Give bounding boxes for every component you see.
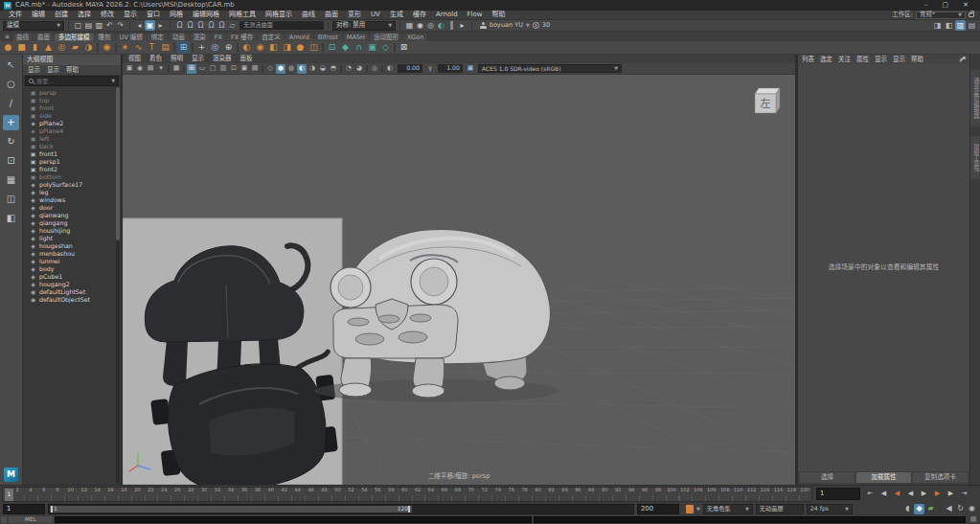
snap-curve-icon[interactable]: Ω — [185, 20, 195, 31]
playback-loop-icon[interactable]: ↻ — [955, 504, 966, 514]
redo-icon[interactable]: ↷ — [115, 20, 125, 31]
sweep-mesh-icon[interactable]: ∿ — [132, 41, 145, 54]
new-scene-icon[interactable]: ▢ — [73, 20, 83, 31]
poly-disc-icon[interactable]: ◑ — [82, 41, 95, 54]
menu-item[interactable]: 编辑网格 — [188, 11, 224, 18]
load-attributes-button[interactable]: 加载属性 — [856, 472, 911, 483]
go-to-end-button[interactable]: ⇥ — [958, 488, 970, 500]
select-camera-icon[interactable]: ▣ — [125, 64, 134, 74]
outliner-item[interactable]: back — [30, 143, 121, 150]
multi-cut-icon[interactable]: ◇ — [379, 41, 392, 54]
exposure-field[interactable]: 0.00 — [398, 64, 422, 73]
layout-single-pane-icon[interactable]: ▦ — [3, 172, 19, 188]
maximize-button[interactable]: ▢ — [943, 2, 949, 9]
outliner-item[interactable]: body — [30, 265, 121, 273]
outliner-item[interactable]: left — [30, 135, 121, 143]
modeling-toolkit-grid-icon[interactable]: ⊞ — [177, 41, 190, 54]
mirror-icon[interactable]: ◫ — [308, 41, 320, 54]
range-end-handle[interactable] — [408, 506, 410, 513]
extract-icon[interactable]: ◨ — [281, 41, 293, 54]
attribute-editor-menu-item[interactable]: 关注 — [838, 57, 851, 63]
shelf-tab[interactable]: 绑定 — [148, 34, 168, 42]
select-component-icon[interactable]: ▸ — [155, 20, 166, 31]
bridge-icon[interactable]: ∩ — [353, 41, 365, 54]
snap-view-plane-icon[interactable]: Ω — [217, 20, 227, 31]
shelf-tab[interactable]: 渲染 — [190, 34, 210, 42]
shelf-tab-options-icon[interactable]: ≡ — [3, 31, 11, 41]
attribute-editor-menu-item[interactable]: 显示 — [893, 57, 905, 63]
snap-projected-center-icon[interactable]: Ω — [206, 20, 217, 31]
outliner-menu-item[interactable]: 显示 — [28, 67, 40, 74]
shelf-tab[interactable]: MASH — [343, 34, 369, 42]
gamma-field[interactable]: 1.00 — [438, 64, 463, 73]
outliner-item[interactable]: qiangang — [30, 219, 121, 227]
tab-modeling-toolkit[interactable]: 建模工具包 — [970, 136, 980, 179]
fps-dropdown[interactable]: 24 fps ▼ — [807, 504, 853, 514]
outliner-item[interactable]: pPlane4 — [30, 127, 121, 135]
bookmark-icon[interactable] — [686, 505, 694, 513]
outliner-item[interactable]: hougeshan — [30, 242, 121, 250]
outliner-item[interactable]: persp1 — [30, 158, 121, 166]
command-input[interactable] — [55, 516, 532, 523]
separate-icon[interactable]: ◧ — [267, 41, 280, 54]
menu-item[interactable]: 变形 — [343, 11, 366, 18]
outliner-item[interactable]: leg — [30, 189, 121, 196]
shelf-tab[interactable]: 多边形建模 — [55, 34, 94, 42]
play-forward-button[interactable]: ▶ — [918, 488, 930, 500]
shelf-tab[interactable]: 雕刻 — [95, 34, 115, 42]
poly-cylinder-icon[interactable]: ▮ — [29, 41, 41, 54]
image-plane-icon[interactable]: ▦ — [171, 64, 181, 74]
wireframe-icon[interactable]: ◇ — [265, 64, 275, 74]
close-button[interactable]: ✕ — [963, 2, 969, 9]
grid-icon[interactable]: ⊞ — [187, 64, 196, 74]
menu-set-dropdown[interactable]: 建模 ▼ — [3, 21, 64, 31]
timeline-ruler[interactable]: 2468101214161820222426283032343638404244… — [2, 487, 812, 502]
quad-draw-icon[interactable]: ⊠ — [398, 41, 410, 54]
account-menu[interactable]: boyuan YU ▼ 30 — [476, 22, 554, 29]
viewport-menu-item[interactable]: 面板 — [240, 56, 253, 62]
outliner-item[interactable]: polySurface17 — [30, 181, 121, 189]
pin-icon[interactable] — [958, 56, 966, 63]
launch-render-icon[interactable]: ▸ — [457, 20, 467, 31]
outliner-item[interactable]: hougang2 — [30, 281, 121, 288]
menu-item[interactable]: 缓存 — [408, 11, 431, 18]
lock-camera-icon[interactable]: ◉ — [135, 64, 145, 74]
current-frame-marker[interactable]: 1 — [5, 489, 13, 501]
shelf-tab[interactable]: 动画 — [169, 34, 189, 42]
comment-icon[interactable]: ◖ — [902, 504, 913, 514]
outliner-menu-item[interactable]: 显示 — [47, 67, 59, 74]
menu-item[interactable]: 网格显示 — [261, 11, 297, 18]
command-line-grip[interactable] — [1, 516, 7, 523]
mute-audio-icon[interactable]: ◀ — [944, 504, 954, 514]
menu-item[interactable]: UV — [366, 11, 385, 18]
menu-item[interactable]: 曲线 — [297, 11, 320, 18]
menu-item[interactable]: 曲面 — [320, 11, 343, 18]
maya-logo[interactable]: M — [4, 467, 18, 482]
menu-item[interactable]: 选择 — [73, 11, 96, 18]
view-cube[interactable]: 左 — [755, 88, 780, 113]
workspace-dropdown[interactable]: 常规* ▼ — [916, 11, 966, 19]
viewport-menu-item[interactable]: 显示 — [192, 56, 204, 62]
viewport-menu-item[interactable]: 渲染器 — [213, 56, 232, 62]
step-back-frame-button[interactable]: ◀ — [877, 488, 890, 500]
attribute-editor-menu-item[interactable]: 显示 — [875, 57, 887, 63]
outliner-item[interactable]: defaultLightSet — [30, 288, 121, 296]
outliner-item[interactable]: houshijing — [30, 227, 121, 235]
shelf-tab[interactable]: XGen — [403, 34, 428, 42]
chevron-down-icon[interactable]: ▼ — [696, 507, 700, 512]
film-gate-icon[interactable]: ▭ — [197, 64, 207, 74]
menu-item[interactable]: 窗口 — [142, 11, 165, 18]
snap-point-icon[interactable]: Ω — [195, 20, 206, 31]
shelf-tab[interactable]: FX — [211, 34, 226, 42]
snap-grid-icon[interactable]: Ω — [174, 20, 185, 31]
ipr-render-icon[interactable]: ◉ — [415, 20, 425, 31]
tab-channel-box[interactable]: 通道盒/层编辑器 — [970, 70, 980, 126]
boolean-icon[interactable]: ◐ — [240, 41, 253, 54]
step-back-key-button[interactable]: ◀ — [891, 488, 903, 500]
textured-icon[interactable]: ◍ — [286, 64, 296, 74]
animation-end-field[interactable]: 200 — [637, 504, 679, 514]
pivot-icon[interactable]: + — [195, 41, 208, 54]
layout-four-pane-icon[interactable]: ◫ — [3, 192, 19, 207]
range-track[interactable]: 1 120 — [48, 504, 634, 514]
outliner-item[interactable]: pCube1 — [30, 273, 121, 281]
